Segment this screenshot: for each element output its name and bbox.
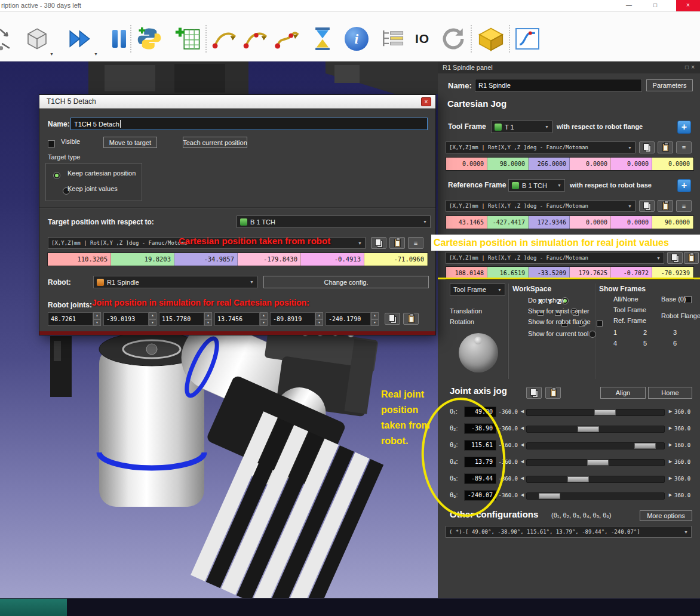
- io-icon[interactable]: IO: [415, 23, 429, 54]
- add-tool-frame-button[interactable]: +: [677, 121, 691, 134]
- align-button[interactable]: Align: [600, 387, 646, 399]
- spinner-up-icon[interactable]: ▲: [204, 312, 212, 319]
- configuration-dropdown[interactable]: ( *)-[ 49.00°, -38.90°, 115.61°, 13.79°,…: [446, 526, 692, 538]
- parameters-button[interactable]: Parameters: [646, 79, 693, 91]
- spinner-down-icon[interactable]: ▼: [315, 319, 323, 327]
- joint-slider[interactable]: [526, 442, 665, 449]
- move-to-target-button[interactable]: Move to target: [103, 137, 157, 148]
- joint-3-spinner[interactable]: 115.7780▲▼: [159, 312, 212, 326]
- spinner-down-icon[interactable]: ▼: [204, 319, 212, 327]
- maximize-button[interactable]: □: [644, 0, 667, 11]
- float-panel-icon[interactable]: □: [685, 64, 691, 70]
- slider-left-arrow-icon[interactable]: ◄: [520, 425, 525, 431]
- slider-right-arrow-icon[interactable]: ►: [668, 425, 673, 431]
- format-dropdown[interactable]: [X,Y,Z]mm | Rot[X,Y ,Z ]deg - Fanuc/Moto…: [446, 141, 635, 153]
- slider-handle[interactable]: [634, 443, 656, 449]
- spinner-up-icon[interactable]: ▲: [260, 312, 268, 319]
- sync-icon[interactable]: [440, 23, 466, 54]
- joint-2-value[interactable]: -39.0193: [103, 312, 149, 326]
- spinner-down-icon[interactable]: ▼: [149, 319, 156, 327]
- joint-6-spinner[interactable]: -240.1790▲▼: [326, 312, 379, 326]
- values-menu-button[interactable]: ≡: [676, 141, 692, 153]
- python-script-icon[interactable]: [137, 23, 162, 54]
- slider-handle[interactable]: [587, 460, 609, 466]
- joint-slider[interactable]: [526, 426, 665, 433]
- minimize-button[interactable]: —: [618, 0, 640, 11]
- path-segment-icon[interactable]: [212, 23, 238, 54]
- slider-right-arrow-icon[interactable]: ►: [668, 442, 673, 448]
- close-button[interactable]: ×: [676, 0, 700, 11]
- joint-slider[interactable]: [526, 459, 665, 466]
- home-button[interactable]: Home: [648, 387, 692, 399]
- panel-name-input[interactable]: R1 Spindle: [475, 79, 642, 92]
- joint-5-value[interactable]: -89.8919: [270, 312, 315, 326]
- spinner-down-icon[interactable]: ▼: [260, 319, 268, 327]
- joint-slider[interactable]: [526, 476, 665, 483]
- slider-left-arrow-icon[interactable]: ◄: [520, 408, 525, 414]
- add-spreadsheet-icon[interactable]: [175, 23, 201, 54]
- spinner-up-icon[interactable]: ▲: [149, 312, 156, 319]
- format-dropdown[interactable]: [X,Y,Z]mm | Rot[X,Y ,Z ]deg - Fanuc/Moto…: [446, 200, 635, 212]
- dialog-name-input[interactable]: T1CH 5 Detach: [70, 118, 428, 130]
- panel-titlebar[interactable]: R1 Spindle panel □×: [438, 61, 700, 73]
- slider-handle[interactable]: [567, 476, 589, 482]
- rotation-z-toggle[interactable]: [597, 321, 603, 327]
- copy-values-button[interactable]: [371, 237, 386, 249]
- joint-6-value[interactable]: -240.1790: [326, 312, 371, 326]
- joint-4-spinner[interactable]: 13.7456▲▼: [214, 312, 268, 326]
- program-flow-icon[interactable]: [380, 23, 406, 54]
- joint-slider[interactable]: [526, 409, 665, 416]
- slider-left-arrow-icon[interactable]: ◄: [520, 442, 525, 448]
- info-icon[interactable]: i: [345, 23, 369, 54]
- fast-forward-icon[interactable]: [68, 23, 93, 54]
- joint-1-spinner[interactable]: 48.7261▲▼: [48, 312, 101, 326]
- paste-values-button[interactable]: [389, 237, 405, 249]
- slider-right-arrow-icon[interactable]: ►: [668, 458, 673, 464]
- jog-ball[interactable]: [459, 333, 498, 372]
- paste-values-button[interactable]: [658, 141, 673, 153]
- slider-handle[interactable]: [539, 493, 560, 499]
- copy-values-button[interactable]: [639, 200, 655, 212]
- tool-frame-dropdown[interactable]: T 1 ▼: [491, 121, 552, 133]
- format-dropdown[interactable]: [X,Y,Z]mm | Rot[X,Y ,Z ]deg - Fanuc/Moto…: [446, 252, 664, 264]
- slider-left-arrow-icon[interactable]: ◄: [520, 458, 525, 464]
- copy-joints-button[interactable]: [385, 313, 400, 325]
- copy-joints-button[interactable]: [526, 387, 542, 399]
- workspace-current-tool-radio[interactable]: [589, 331, 596, 338]
- add-reference-frame-button[interactable]: +: [677, 179, 691, 192]
- visible-checkbox[interactable]: [48, 140, 55, 147]
- spinner-up-icon[interactable]: ▲: [371, 312, 379, 319]
- slider-right-arrow-icon[interactable]: ►: [668, 475, 673, 481]
- slider-left-arrow-icon[interactable]: ◄: [520, 475, 525, 481]
- paste-values-button[interactable]: [684, 252, 699, 264]
- slider-right-arrow-icon[interactable]: ►: [668, 408, 673, 414]
- path-segment-3-icon[interactable]: [274, 23, 302, 54]
- pause-icon[interactable]: [112, 23, 126, 54]
- keep-cartesian-radio[interactable]: [53, 172, 60, 179]
- more-options-button[interactable]: More options: [640, 510, 692, 521]
- hourglass-icon[interactable]: [312, 23, 333, 54]
- slider-handle[interactable]: [594, 409, 616, 415]
- dialog-close-icon[interactable]: ×: [421, 97, 431, 106]
- robot-dropdown[interactable]: R1 Spindle ▼: [93, 276, 257, 288]
- fast-forward-caret-icon[interactable]: ▼: [94, 52, 98, 61]
- spinner-up-icon[interactable]: ▲: [93, 312, 101, 319]
- target-frame-dropdown[interactable]: B 1 TCH ▼: [237, 215, 431, 228]
- dialog-titlebar[interactable]: T1CH 5 Detach: [39, 95, 435, 109]
- close-panel-icon[interactable]: ×: [691, 64, 697, 70]
- spinner-down-icon[interactable]: ▼: [371, 319, 379, 327]
- copy-values-button[interactable]: [639, 141, 655, 153]
- solid-box-icon[interactable]: [25, 23, 49, 54]
- solid-box-caret-icon[interactable]: ▼: [50, 52, 54, 61]
- copy-values-button[interactable]: [667, 252, 683, 264]
- path-segment-2-icon[interactable]: [243, 23, 269, 54]
- jog-frame-dropdown[interactable]: Tool Frame▼: [450, 284, 505, 295]
- joint-5-spinner[interactable]: -89.8919▲▼: [270, 312, 323, 326]
- slider-left-arrow-icon[interactable]: ◄: [520, 492, 525, 498]
- transform-tool-icon[interactable]: [0, 23, 12, 54]
- joint-2-spinner[interactable]: -39.0193▲▼: [103, 312, 156, 326]
- slider-handle[interactable]: [578, 426, 599, 432]
- values-menu-button[interactable]: ≡: [676, 200, 692, 212]
- spinner-down-icon[interactable]: ▼: [93, 319, 101, 327]
- package-icon[interactable]: [477, 23, 505, 54]
